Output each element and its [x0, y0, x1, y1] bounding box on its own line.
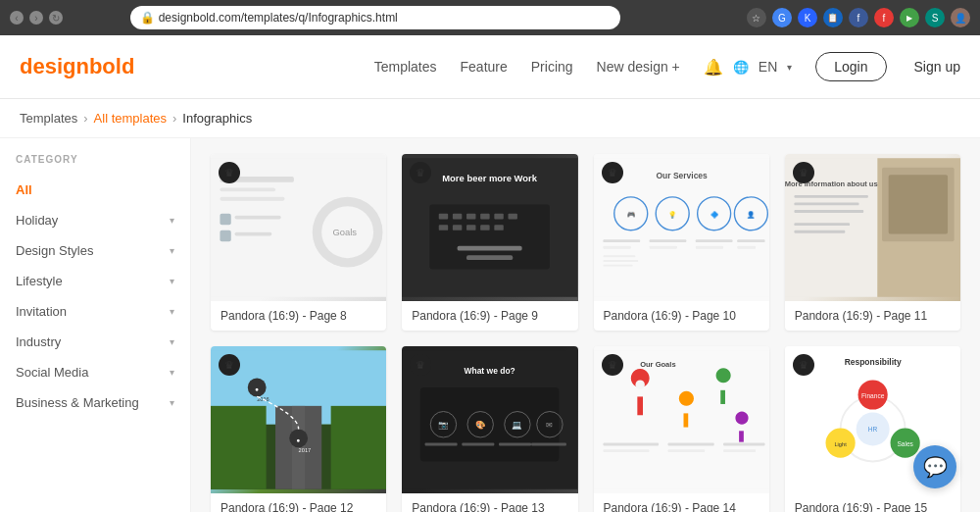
svg-rect-46 [603, 260, 638, 262]
ext-icon-1[interactable]: G [772, 8, 792, 27]
url-text: designbold.com/templates/q/Infographics.… [159, 11, 398, 25]
breadcrumb-all[interactable]: All templates [94, 111, 167, 126]
breadcrumb-home[interactable]: Templates [20, 111, 77, 126]
back-button[interactable]: ‹ [10, 11, 24, 25]
sidebar-item-business[interactable]: Business & Marketing ▾ [0, 387, 190, 418]
crown-badge: ♛ [602, 354, 623, 376]
svg-point-87 [635, 380, 644, 388]
svg-rect-6 [220, 230, 230, 241]
svg-rect-94 [667, 443, 713, 446]
svg-rect-25 [458, 246, 522, 251]
address-bar[interactable]: 🔒 designbold.com/templates/q/Infographic… [130, 6, 620, 29]
language-selector[interactable]: EN [759, 59, 777, 75]
signup-button[interactable]: Sign up [914, 59, 960, 75]
svg-rect-63 [331, 406, 387, 489]
svg-rect-84 [531, 443, 566, 446]
refresh-button[interactable]: ↻ [49, 11, 63, 25]
logo-text-1: design [20, 54, 89, 78]
sidebar-label-holiday: Holiday [16, 213, 58, 228]
svg-text:More beer more Work: More beer more Work [443, 173, 538, 183]
ext-icon-5[interactable]: f [874, 8, 894, 27]
sidebar-item-social-media[interactable]: Social Media ▾ [0, 357, 190, 387]
globe-icon[interactable]: 🌐 [733, 60, 749, 75]
svg-rect-20 [453, 225, 462, 230]
svg-rect-51 [794, 195, 867, 198]
template-image-10: ♛ Our Services 🎮 💡 🔷 👤 [594, 154, 769, 301]
template-card-10[interactable]: ♛ Our Services 🎮 💡 🔷 👤 [594, 154, 769, 331]
svg-text:●: ● [297, 436, 301, 443]
main-nav: Templates Feature Pricing New design + 🔔… [374, 52, 960, 81]
template-card-9[interactable]: ♛ [402, 154, 577, 331]
svg-rect-55 [794, 230, 845, 233]
svg-rect-18 [509, 214, 517, 220]
svg-rect-96 [723, 443, 764, 446]
ext-icon-4[interactable]: f [849, 8, 868, 27]
sidebar-item-lifestyle[interactable]: Lifestyle ▾ [0, 266, 190, 296]
svg-rect-82 [463, 443, 495, 446]
template-image-8: ♛ Goals [211, 154, 386, 301]
template-label-15: Pandora (16:9) - Page 15 [785, 493, 960, 512]
svg-rect-19 [439, 225, 448, 230]
ext-icon-3[interactable]: 📋 [823, 8, 843, 27]
logo-accent: b [89, 54, 102, 78]
nav-new-design[interactable]: New design + [597, 59, 680, 75]
star-icon[interactable]: ☆ [747, 8, 766, 27]
nav-feature[interactable]: Feature [461, 59, 508, 75]
svg-rect-17 [495, 214, 504, 220]
svg-text:✉: ✉ [547, 420, 554, 430]
sidebar-item-industry[interactable]: Industry ▾ [0, 327, 190, 357]
sidebar-label-all: All [16, 182, 32, 197]
chevron-icon: ▾ [170, 336, 174, 347]
chevron-down-icon[interactable]: ▾ [787, 62, 792, 73]
svg-text:HR: HR [868, 426, 878, 433]
svg-rect-40 [649, 246, 676, 249]
chat-button[interactable]: 💬 [913, 445, 956, 488]
svg-rect-16 [480, 214, 489, 220]
template-card-8[interactable]: ♛ Goals Pandora (16 [211, 154, 386, 331]
svg-text:💻: 💻 [513, 420, 523, 431]
svg-rect-15 [466, 214, 475, 220]
crown-badge: ♛ [219, 354, 240, 376]
template-label-11: Pandora (16:9) - Page 11 [785, 301, 960, 331]
svg-rect-21 [466, 225, 475, 230]
user-avatar[interactable]: 👤 [951, 8, 970, 27]
svg-rect-42 [695, 246, 722, 249]
template-card-13[interactable]: ♛ What we do? 📷 🎨 💻 ✉ [402, 346, 577, 512]
sidebar-category-label: CATEGORY [0, 154, 190, 175]
chevron-icon: ▾ [170, 276, 174, 286]
svg-rect-7 [235, 232, 272, 236]
sidebar-item-invitation[interactable]: Invitation ▾ [0, 296, 190, 327]
ext-icon-2[interactable]: K [798, 8, 817, 27]
svg-rect-44 [737, 246, 756, 249]
svg-text:🔷: 🔷 [710, 210, 718, 219]
svg-text:Our Services: Our Services [656, 171, 708, 180]
breadcrumb-current: Infographics [182, 111, 252, 126]
ext-icon-7[interactable]: S [925, 8, 945, 27]
template-label-9: Pandora (16:9) - Page 9 [402, 301, 577, 331]
ext-icon-6[interactable]: ▶ [900, 8, 919, 27]
nav-pricing[interactable]: Pricing [531, 59, 573, 75]
logo[interactable]: designbold [20, 54, 134, 79]
svg-text:Finance: Finance [861, 392, 885, 399]
svg-text:Goals: Goals [332, 227, 357, 237]
sidebar-item-holiday[interactable]: Holiday ▾ [0, 205, 190, 235]
svg-text:●: ● [255, 385, 259, 392]
nav-templates[interactable]: Templates [374, 59, 437, 75]
template-card-14[interactable]: ♛ Our Goals [594, 346, 769, 512]
forward-button[interactable]: › [29, 11, 43, 25]
template-card-12[interactable]: ♛ ● 2016 [211, 346, 386, 512]
sidebar-item-design-styles[interactable]: Design Styles ▾ [0, 235, 190, 266]
login-button[interactable]: Login [815, 52, 886, 81]
svg-text:Sales: Sales [897, 440, 913, 447]
sidebar-item-all[interactable]: All [0, 175, 190, 205]
svg-rect-45 [603, 255, 635, 257]
template-card-11[interactable]: ♛ More information about us [785, 154, 960, 331]
svg-rect-52 [794, 203, 858, 206]
crown-badge: ♛ [793, 354, 814, 376]
svg-text:Responsibility: Responsibility [844, 357, 901, 367]
svg-rect-22 [480, 225, 489, 230]
sidebar-label-invitation: Invitation [16, 304, 67, 319]
template-image-9: ♛ [402, 154, 577, 301]
crown-badge: ♛ [602, 162, 623, 183]
notification-icon[interactable]: 🔔 [704, 58, 723, 77]
